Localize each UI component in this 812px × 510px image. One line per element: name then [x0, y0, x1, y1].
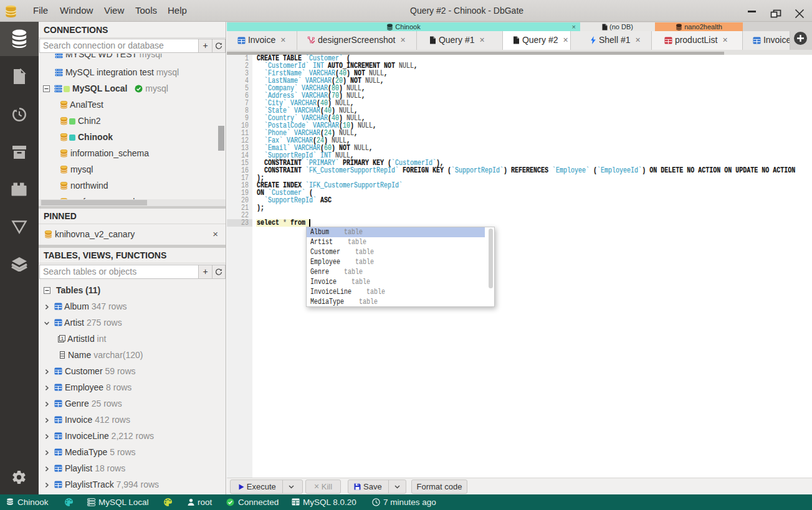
svg-text:1: 1 — [61, 336, 64, 341]
